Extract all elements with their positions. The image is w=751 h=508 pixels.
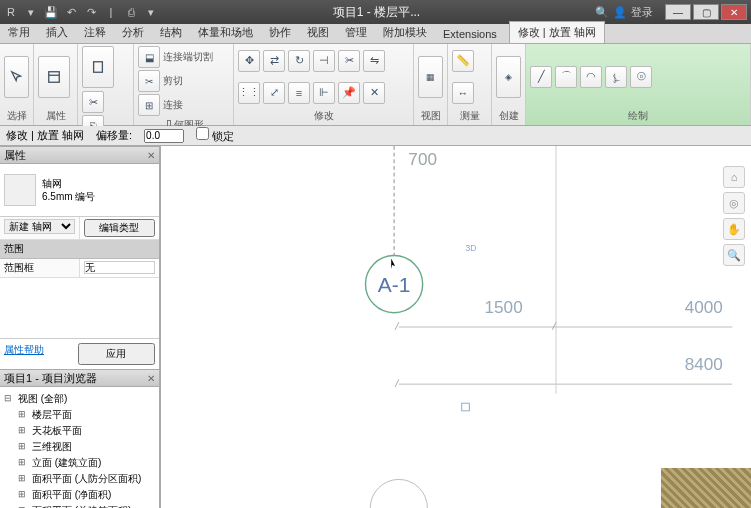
paste-button[interactable] xyxy=(82,46,114,88)
group-modify: 修改 xyxy=(238,107,409,123)
help-search[interactable]: 🔍 👤 登录 xyxy=(595,5,653,20)
properties-panel-head[interactable]: 属性✕ xyxy=(0,146,159,164)
grid-bubble-label[interactable]: A-1 xyxy=(378,273,411,296)
split-icon[interactable]: ✂ xyxy=(338,50,360,72)
edit-type-button[interactable]: 编辑类型 xyxy=(84,219,156,237)
dim-1500: 1500 xyxy=(485,297,523,317)
tab-extensions[interactable]: Extensions xyxy=(435,25,505,43)
create-tool[interactable]: ◈ xyxy=(496,56,521,98)
tree-area1[interactable]: 面积平面 (人防分区面积) xyxy=(18,471,155,487)
line-icon[interactable]: ╱ xyxy=(530,66,552,88)
cope-tool[interactable]: ⬓连接端切割 xyxy=(138,46,213,68)
browser-panel-head[interactable]: 项目1 - 项目浏览器✕ xyxy=(0,369,159,387)
delete-icon[interactable]: ✕ xyxy=(363,82,385,104)
tab-modify-grid[interactable]: 修改 | 放置 轴网 xyxy=(509,21,605,43)
multi-segment-icon[interactable]: ⦾ xyxy=(630,66,652,88)
tab-insert[interactable]: 插入 xyxy=(38,22,76,43)
app-icon[interactable]: R xyxy=(4,5,18,19)
rotate-icon[interactable]: ↻ xyxy=(288,50,310,72)
dimension-icon[interactable]: ↔ xyxy=(452,82,474,104)
tree-views[interactable]: 视图 (全部) 楼层平面 天花板平面 三维视图 立面 (建筑立面) 面积平面 (… xyxy=(4,391,155,508)
zoom-icon[interactable]: 🔍 xyxy=(723,244,745,266)
tab-collab[interactable]: 协作 xyxy=(261,22,299,43)
qat-more-icon[interactable]: ▾ xyxy=(144,5,158,19)
move-icon[interactable]: ✥ xyxy=(238,50,260,72)
title-bar: R ▾ 💾 ↶ ↷ | ⎙ ▾ 项目1 - 楼层平... 🔍 👤 登录 — ▢ … xyxy=(0,0,751,24)
offset-label: 偏移量: xyxy=(96,128,132,143)
tree-floor-plans[interactable]: 楼层平面 xyxy=(18,407,155,423)
dim-4000: 4000 xyxy=(685,297,723,317)
prop-category: 范围 xyxy=(0,240,159,259)
tab-analyze[interactable]: 分析 xyxy=(114,22,152,43)
array-icon[interactable]: ⋮⋮ xyxy=(238,82,260,104)
cut-icon[interactable]: ✂ xyxy=(82,91,104,113)
qat-sep: | xyxy=(104,5,118,19)
print-icon[interactable]: ⎙ xyxy=(124,5,138,19)
tab-home[interactable]: 常用 xyxy=(0,22,38,43)
arc3-icon[interactable]: ◠ xyxy=(580,66,602,88)
tab-view[interactable]: 视图 xyxy=(299,22,337,43)
dim-700: 700 xyxy=(408,149,437,169)
lock-checkbox[interactable]: 锁定 xyxy=(196,127,234,144)
view-controls: ⌂ ◎ ✋ 🔍 xyxy=(723,166,745,266)
scale-icon[interactable]: ⤢ xyxy=(263,82,285,104)
tab-manage[interactable]: 管理 xyxy=(337,22,375,43)
save-icon[interactable]: 💾 xyxy=(44,5,58,19)
redo-icon[interactable]: ↷ xyxy=(84,5,98,19)
close-icon[interactable]: ✕ xyxy=(147,150,155,161)
prop-scope-box-value[interactable] xyxy=(84,261,156,274)
nav-wheel-icon[interactable]: ◎ xyxy=(723,192,745,214)
ribbon-tabs: 常用 插入 注释 分析 结构 体量和场地 协作 视图 管理 附加模块 Exten… xyxy=(0,24,751,44)
join-tool[interactable]: ⊞连接 xyxy=(138,94,183,116)
maximize-button[interactable]: ▢ xyxy=(693,4,719,20)
pick-line-icon[interactable]: ⍼ xyxy=(605,66,627,88)
tree-ceiling-plans[interactable]: 天花板平面 xyxy=(18,423,155,439)
tab-massing[interactable]: 体量和场地 xyxy=(190,22,261,43)
close-button[interactable]: ✕ xyxy=(721,4,747,20)
tree-area2[interactable]: 面积平面 (净面积) xyxy=(18,487,155,503)
prop-scope-box-label: 范围框 xyxy=(0,259,80,277)
tree-elevations[interactable]: 立面 (建筑立面) xyxy=(18,455,155,471)
properties-help-link[interactable]: 属性帮助 xyxy=(4,343,74,365)
user-icon: 👤 xyxy=(613,6,627,19)
cut-geom-tool[interactable]: ✂剪切 xyxy=(138,70,183,92)
login-label[interactable]: 登录 xyxy=(631,5,653,20)
properties-panel: 轴网6.5mm 编号 新建 轴网 编辑类型 范围 范围框 属性帮助 应用 xyxy=(0,164,159,369)
type-thumb xyxy=(4,174,36,206)
tree-area3[interactable]: 面积平面 (总建筑面积) xyxy=(18,503,155,508)
close-icon[interactable]: ✕ xyxy=(147,373,155,384)
pan-icon[interactable]: ✋ xyxy=(723,218,745,240)
align-icon[interactable]: ⊩ xyxy=(313,82,335,104)
properties-button[interactable] xyxy=(38,56,70,98)
pin-icon[interactable]: 📌 xyxy=(338,82,360,104)
trim-icon[interactable]: ⊣ xyxy=(313,50,335,72)
view-tool[interactable]: ▦ xyxy=(418,56,443,98)
tree-3d-views[interactable]: 三维视图 xyxy=(18,439,155,455)
group-measure: 测量 xyxy=(452,107,487,123)
offset-input[interactable] xyxy=(144,129,184,143)
copy-mod-icon[interactable]: ⇄ xyxy=(263,50,285,72)
mirror-icon[interactable]: ⇋ xyxy=(363,50,385,72)
group-properties: 属性 xyxy=(38,107,73,123)
open-icon[interactable]: ▾ xyxy=(24,5,38,19)
svg-rect-1 xyxy=(94,62,103,73)
resize-grip[interactable] xyxy=(661,468,751,508)
drawing-canvas[interactable]: 700 A-1 3D 1500 4000 8400 ⌂ ◎ xyxy=(160,146,751,508)
apply-button[interactable]: 应用 xyxy=(78,343,156,365)
svg-rect-7 xyxy=(462,403,470,411)
tab-structure[interactable]: 结构 xyxy=(152,22,190,43)
project-browser[interactable]: 视图 (全部) 楼层平面 天花板平面 三维视图 立面 (建筑立面) 面积平面 (… xyxy=(0,387,159,508)
undo-icon[interactable]: ↶ xyxy=(64,5,78,19)
type-selector[interactable]: 轴网6.5mm 编号 xyxy=(0,164,159,217)
tab-annotate[interactable]: 注释 xyxy=(76,22,114,43)
minimize-button[interactable]: — xyxy=(665,4,691,20)
offset-icon[interactable]: ≡ xyxy=(288,82,310,104)
new-instance-select[interactable]: 新建 轴网 xyxy=(4,219,75,234)
arc-icon[interactable]: ⌒ xyxy=(555,66,577,88)
home-icon[interactable]: ⌂ xyxy=(723,166,745,188)
select-tool[interactable] xyxy=(4,56,29,98)
measure-icon[interactable]: 📏 xyxy=(452,50,474,72)
tab-addins[interactable]: 附加模块 xyxy=(375,22,435,43)
quick-access-toolbar: R ▾ 💾 ↶ ↷ | ⎙ ▾ xyxy=(4,5,158,19)
search-icon: 🔍 xyxy=(595,6,609,19)
